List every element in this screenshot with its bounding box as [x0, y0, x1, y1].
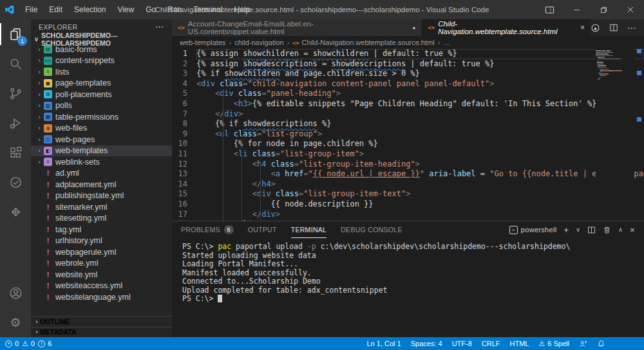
- status-eol[interactable]: CRLF: [482, 340, 500, 347]
- terminal-dropdown-icon[interactable]: ∨: [576, 226, 580, 233]
- modified-dot-icon[interactable]: ●: [412, 25, 415, 31]
- yml-alert-icon: !: [44, 169, 52, 177]
- menu-help[interactable]: Help: [229, 0, 256, 19]
- tree-folder-poll-placements[interactable]: ›⊞poll-placements: [31, 89, 172, 100]
- tree-folder-table-permissions[interactable]: ›▦table-permissions: [31, 111, 172, 123]
- more-actions-icon[interactable]: ⋯: [155, 22, 164, 32]
- breadcrumb-item[interactable]: …: [443, 39, 450, 46]
- panel-tab-output[interactable]: OUTPUT: [248, 221, 277, 238]
- yml-alert-icon: !: [44, 259, 52, 267]
- activity-source-control[interactable]: [0, 78, 31, 108]
- tree-file-website.yml[interactable]: !website.yml: [31, 269, 172, 281]
- activity-power-platform[interactable]: [0, 197, 31, 226]
- close-button[interactable]: [617, 0, 644, 19]
- status-spell-checker[interactable]: ⚠6 Spell: [538, 340, 569, 348]
- menu-edit[interactable]: Edit: [43, 0, 68, 19]
- section-outline[interactable]: ›OUTLINE: [31, 316, 172, 327]
- menu-run[interactable]: Run: [162, 0, 187, 19]
- menu-file[interactable]: File: [19, 0, 43, 19]
- tree-folder-web-templates[interactable]: ›◧web-templates: [31, 145, 172, 157]
- more-actions-icon[interactable]: ⋯: [627, 23, 636, 33]
- status-notifications[interactable]: [597, 340, 605, 348]
- folder-label: table-permissions: [55, 113, 118, 122]
- tab-Account-ChangeEmail-EmailLabel.en-US.contentsnippet.value.html[interactable]: <>Account-ChangeEmail-EmailLabel.en-US.c…: [172, 19, 422, 36]
- status-feedback[interactable]: [579, 340, 587, 348]
- kill-terminal-icon[interactable]: [603, 226, 611, 234]
- panel-tab-debug-console[interactable]: DEBUG CONSOLE: [341, 221, 402, 238]
- project-root-folder[interactable]: ∨ SCHOLARSHIPDEMO---SCHOLARSHIPDEMO: [31, 34, 172, 44]
- activity-testing[interactable]: [0, 167, 31, 197]
- status-cursor-position[interactable]: Ln 1, Col 1: [367, 340, 401, 347]
- tree-folder-content-snippets[interactable]: ›<>content-snippets: [31, 55, 172, 67]
- tree-file-publishingstate.yml[interactable]: !publishingstate.yml: [31, 190, 172, 202]
- line-number: 9: [172, 129, 196, 140]
- overview-ruler[interactable]: [634, 49, 644, 221]
- breadcrumb-item[interactable]: web-templates: [180, 39, 226, 46]
- split-terminal-icon[interactable]: [587, 226, 596, 234]
- new-terminal-icon[interactable]: +: [564, 225, 569, 235]
- split-editor-icon[interactable]: [609, 23, 618, 32]
- tree-file-websitelanguage.yml[interactable]: !websitelanguage.yml: [31, 291, 172, 303]
- status-language-mode[interactable]: HTML: [510, 340, 529, 347]
- activity-search[interactable]: [0, 49, 31, 78]
- tree-folder-polls[interactable]: ›▥polls: [31, 100, 172, 112]
- tree-file-urlhistory.yml[interactable]: !urlhistory.yml: [31, 235, 172, 247]
- status-indentation[interactable]: Spaces: 4: [411, 340, 442, 347]
- section-metadata[interactable]: ›METADATA: [31, 327, 172, 338]
- menu-selection[interactable]: Selection: [68, 0, 111, 19]
- menu-terminal[interactable]: Terminal: [187, 0, 228, 19]
- minimize-button[interactable]: [563, 0, 590, 19]
- tree-folder-web-files[interactable]: ›⊕web-files: [31, 123, 172, 134]
- menu-view[interactable]: View: [111, 0, 140, 19]
- line-number: 2: [172, 59, 196, 69]
- tree-file-ad.yml[interactable]: !ad.yml: [31, 168, 172, 180]
- chevron-right-icon: ›: [36, 80, 43, 86]
- breadcrumb-separator: ›: [438, 39, 440, 46]
- line-number: 12: [172, 160, 196, 170]
- status-encoding[interactable]: UTF-8: [452, 340, 472, 347]
- folder-icon: <>: [44, 57, 52, 65]
- folder-label: web-files: [55, 124, 87, 133]
- close-panel-icon[interactable]: ×: [630, 225, 635, 235]
- panel-tab-problems[interactable]: PROBLEMS6: [181, 221, 234, 238]
- breadcrumb-item[interactable]: child-navigation: [234, 39, 283, 46]
- yml-alert-icon: !: [44, 226, 52, 234]
- breadcrumb-item[interactable]: <>Child-Navigation.webtemplate.source.ht…: [292, 39, 434, 46]
- tab-Child-Navigation.webtemplate.source.html[interactable]: <>Child-Navigation.webtemplate.source.ht…: [422, 19, 591, 36]
- tree-file-websiteaccess.yml[interactable]: !websiteaccess.yml: [31, 281, 172, 292]
- line-number: 8: [172, 119, 196, 129]
- chevron-right-icon: ›: [36, 57, 43, 64]
- tree-file-webrole.yml[interactable]: !webrole.yml: [31, 258, 172, 270]
- tree-folder-weblink-sets[interactable]: ›≡weblink-sets: [31, 156, 172, 168]
- vscode-logo-icon: [0, 5, 19, 15]
- tree-folder-lists[interactable]: ›≡lists: [31, 66, 172, 78]
- minimap[interactable]: [596, 49, 634, 221]
- tree-file-sitemarker.yml[interactable]: !sitemarker.yml: [31, 201, 172, 213]
- activity-explorer[interactable]: 1: [0, 19, 31, 49]
- tree-file-adplacement.yml[interactable]: !adplacement.yml: [31, 179, 172, 190]
- layout-toggle-button[interactable]: [536, 0, 563, 19]
- terminal-output[interactable]: PS C:\> pac paportal upload -p c:\dev\sc…: [172, 238, 644, 304]
- line-number: 6: [172, 99, 196, 109]
- tree-file-sitesetting.yml[interactable]: !sitesetting.yml: [31, 213, 172, 225]
- tree-folder-web-pages[interactable]: ›◫web-pages: [31, 134, 172, 145]
- line-number: 4: [172, 79, 196, 89]
- open-preview-icon[interactable]: [591, 23, 600, 33]
- activity-settings[interactable]: ⚙: [0, 308, 31, 337]
- tree-file-webpagerule.yml[interactable]: !webpagerule.yml: [31, 246, 172, 258]
- menu-go[interactable]: Go: [140, 0, 162, 19]
- maximize-panel-icon[interactable]: ∧: [618, 226, 623, 233]
- tree-folder-page-templates[interactable]: ›▣page-templates: [31, 78, 172, 89]
- info-count: i6: [38, 340, 52, 347]
- shell-selector[interactable]: >powershell: [509, 226, 557, 234]
- tree-file-tag.yml[interactable]: !tag.yml: [31, 224, 172, 235]
- restore-button[interactable]: [590, 0, 617, 19]
- panel-tab-terminal[interactable]: TERMINAL: [291, 221, 327, 238]
- activity-accounts[interactable]: [0, 278, 31, 308]
- activity-extensions[interactable]: [0, 138, 31, 167]
- feedback-icon: [579, 340, 587, 348]
- code-editor[interactable]: 1{% assign showchildren = showchildren |…: [172, 49, 644, 221]
- problems-summary[interactable]: ×0⚠0i6: [5, 340, 52, 348]
- close-tab-icon[interactable]: ×: [580, 23, 585, 32]
- activity-run-debug[interactable]: [0, 108, 31, 138]
